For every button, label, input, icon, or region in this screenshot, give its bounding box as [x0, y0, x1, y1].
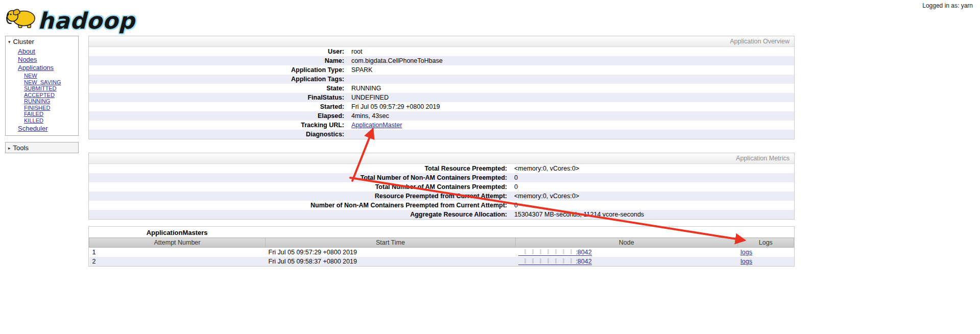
overview-row: Application Type: SPARK	[89, 65, 794, 75]
row-value: UNDEFINED	[347, 93, 794, 102]
row-value: root	[347, 47, 794, 56]
node-cell: :8042	[515, 248, 737, 257]
row-label: Name:	[89, 56, 347, 65]
row-value: 0	[510, 182, 794, 192]
sidebar-item: Applications NEW NEW_SAVING SUBMITTED AC…	[18, 64, 78, 124]
metric-row: Resource Preempted from Current Attempt:…	[89, 192, 794, 201]
row-label: FinalStatus:	[89, 93, 347, 102]
application-overview-title: Application Overview	[89, 36, 794, 47]
overview-row: Name: com.bigdata.CellPhoneToHbase	[89, 56, 794, 65]
application-overview-panel: Application Overview User: root Name: co…	[88, 36, 795, 139]
sidebar-item-state-accepted[interactable]: ACCEPTED	[24, 92, 55, 98]
row-label: State:	[89, 84, 347, 93]
sidebar-item-applications[interactable]: Applications	[18, 64, 54, 71]
row-label: Elapsed:	[89, 111, 347, 121]
row-label: Total Number of AM Containers Preempted:	[89, 182, 510, 192]
attempt-number-cell: 1	[89, 248, 266, 257]
application-metrics-panel: Application Metrics Total Resource Preem…	[88, 153, 795, 220]
sidebar-item-scheduler[interactable]: Scheduler	[18, 125, 48, 132]
am-row: 2 Fri Jul 05 09:58:37 +0800 2019 :8042 l…	[89, 257, 794, 266]
node-link[interactable]: :8042	[518, 249, 591, 256]
node-port-text: :8042	[576, 249, 591, 256]
sidebar-item: KILLED	[24, 117, 78, 124]
col-header-node: Node	[515, 238, 737, 248]
row-label: User:	[89, 47, 347, 56]
redaction-smudge	[518, 249, 576, 254]
redaction-smudge	[518, 258, 576, 264]
sidebar-item: ACCEPTED	[24, 92, 78, 99]
tools-nav: ▸Tools	[5, 142, 79, 153]
row-label: Diagnostics:	[89, 130, 347, 139]
row-label: Resource Preempted from Current Attempt:	[89, 192, 510, 201]
overview-row: State: RUNNING	[89, 84, 794, 93]
row-label: Number of Non-AM Containers Preempted fr…	[89, 201, 510, 210]
col-header-attempt-number: Attempt Number	[89, 238, 266, 248]
sidebar-item-state-finished[interactable]: FINISHED	[24, 105, 50, 111]
sidebar-item-state-submitted[interactable]: SUBMITTED	[24, 85, 57, 91]
hadoop-elephant-icon	[5, 6, 37, 32]
sidebar-item: SUBMITTED	[24, 85, 78, 92]
overview-row: Started: Fri Jul 05 09:57:29 +0800 2019	[89, 102, 794, 111]
logs-link[interactable]: logs	[740, 249, 752, 256]
logs-cell: logs	[737, 257, 794, 266]
row-label: Total Number of Non-AM Containers Preemp…	[89, 173, 510, 182]
row-value	[347, 75, 794, 84]
sidebar-item-state-killed[interactable]: KILLED	[24, 117, 43, 124]
col-header-start-time: Start Time	[266, 238, 516, 248]
row-value: <memory:0, vCores:0>	[510, 164, 794, 173]
row-label: Tracking URL:	[89, 121, 347, 130]
row-value: com.bigdata.CellPhoneToHbase	[347, 56, 794, 65]
hadoop-logo: hadoop	[0, 0, 980, 32]
cluster-nav-title: Cluster	[13, 38, 34, 45]
sidebar-item: About	[18, 47, 78, 55]
node-link[interactable]: :8042	[518, 258, 591, 265]
application-master-link[interactable]: ApplicationMaster	[351, 122, 402, 129]
sidebar-item-state-running[interactable]: RUNNING	[24, 98, 50, 104]
collapse-down-icon: ▾	[8, 39, 11, 44]
logs-link[interactable]: logs	[740, 258, 752, 265]
node-port-text: :8042	[576, 258, 591, 265]
start-time-cell: Fri Jul 05 09:57:29 +0800 2019	[266, 248, 516, 257]
overview-row: User: root	[89, 47, 794, 56]
overview-row: Application Tags:	[89, 75, 794, 84]
row-value: ApplicationMaster	[347, 121, 794, 130]
row-value: <memory:0, vCores:0>	[510, 192, 794, 201]
collapse-right-icon: ▸	[8, 146, 11, 151]
sidebar: ▾Cluster About Nodes Applications NEW NE…	[5, 36, 79, 153]
metric-row: Total Resource Preempted: <memory:0, vCo…	[89, 164, 794, 173]
overview-row: FinalStatus: UNDEFINED	[89, 93, 794, 102]
sidebar-item-about[interactable]: About	[18, 47, 35, 55]
node-cell: :8042	[515, 257, 737, 266]
row-value: RUNNING	[347, 84, 794, 93]
application-metrics-title: Application Metrics	[89, 153, 794, 164]
sidebar-item: Scheduler	[18, 125, 78, 132]
overview-row: Tracking URL: ApplicationMaster	[89, 121, 794, 130]
sidebar-item-state-failed[interactable]: FAILED	[24, 111, 43, 117]
metric-row: Total Number of AM Containers Preempted:…	[89, 182, 794, 192]
overview-row: Elapsed: 4mins, 43sec	[89, 111, 794, 121]
sidebar-item: Nodes	[18, 56, 78, 63]
metric-row: Number of Non-AM Containers Preempted fr…	[89, 201, 794, 210]
row-value: Fri Jul 05 09:57:29 +0800 2019	[347, 102, 794, 111]
row-label: Started:	[89, 102, 347, 111]
row-label: Aggregate Resource Allocation:	[89, 210, 510, 219]
row-value: 0	[510, 173, 794, 182]
am-row: 1 Fri Jul 05 09:57:29 +0800 2019 :8042 l…	[89, 248, 794, 257]
row-value: 4mins, 43sec	[347, 111, 794, 121]
cluster-nav-header[interactable]: ▾Cluster	[6, 36, 78, 46]
logs-cell: logs	[737, 248, 794, 257]
application-masters-caption: ApplicationMasters	[89, 227, 265, 237]
sidebar-item-state-new-saving[interactable]: NEW_SAVING	[24, 79, 61, 85]
sidebar-item: NEW_SAVING	[24, 79, 78, 86]
row-value: SPARK	[347, 65, 794, 75]
sidebar-item: NEW	[24, 73, 78, 79]
tools-nav-header[interactable]: ▸Tools	[6, 142, 78, 153]
sidebar-item-nodes[interactable]: Nodes	[18, 56, 37, 63]
row-label: Application Type:	[89, 65, 347, 75]
application-masters-panel: ApplicationMasters Attempt Number Start …	[88, 226, 795, 267]
col-header-logs: Logs	[737, 238, 794, 248]
sidebar-item-state-new[interactable]: NEW	[24, 73, 37, 79]
sidebar-item: RUNNING	[24, 98, 78, 105]
cluster-nav: ▾Cluster About Nodes Applications NEW NE…	[5, 36, 79, 136]
logged-in-as: Logged in as: yarn	[922, 2, 973, 9]
